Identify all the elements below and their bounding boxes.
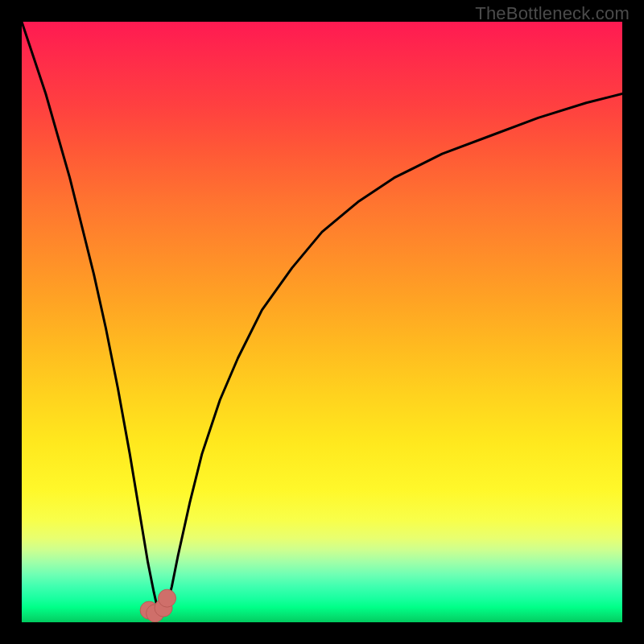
watermark-text: TheBottleneck.com — [475, 3, 630, 24]
heat-gradient-bg — [22, 22, 622, 622]
plot-area — [22, 22, 622, 622]
chart-frame: TheBottleneck.com — [0, 0, 644, 644]
